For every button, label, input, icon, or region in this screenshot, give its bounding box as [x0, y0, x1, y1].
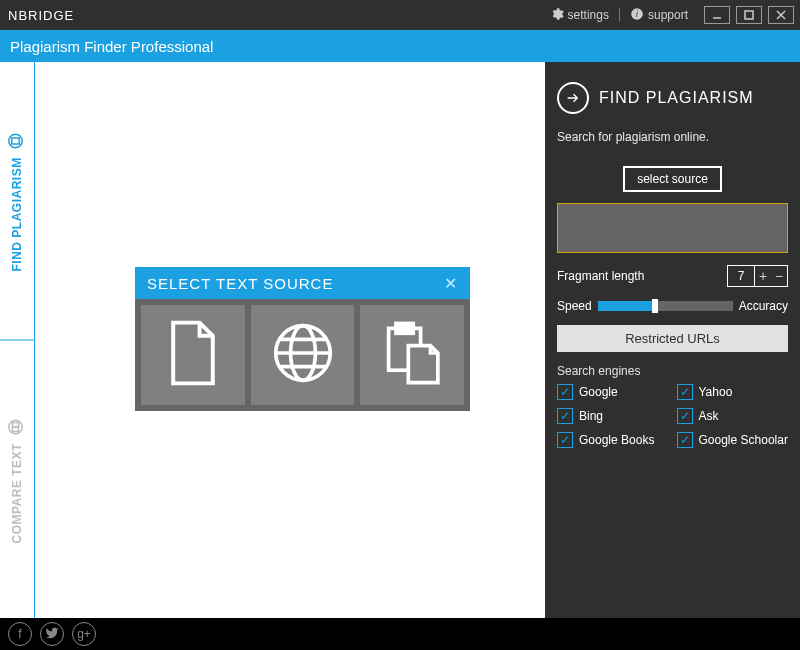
title-bar: NBRIDGE settings i support — [0, 0, 800, 30]
fragment-length-label: Fragmant length — [557, 269, 719, 283]
engine-label: Yahoo — [699, 385, 733, 399]
panel-subtitle: Search for plagiarism online. — [557, 130, 788, 144]
maximize-button[interactable] — [736, 6, 762, 24]
source-clipboard-button[interactable] — [360, 305, 464, 405]
engine-checkbox-bing[interactable]: ✓Bing — [557, 408, 669, 424]
svg-rect-17 — [396, 323, 413, 333]
select-panel-title: SELECT TEXT SOURCE — [147, 275, 333, 292]
checkbox-icon: ✓ — [557, 432, 573, 448]
facebook-button[interactable]: f — [8, 622, 32, 646]
checkbox-icon: ✓ — [557, 384, 573, 400]
checkbox-icon: ✓ — [557, 408, 573, 424]
file-icon — [166, 320, 220, 390]
support-button[interactable]: i support — [624, 0, 694, 30]
compare-icon — [7, 417, 28, 435]
tab-compare-text[interactable]: COMPARE TEXT — [0, 340, 34, 619]
engine-checkbox-ask[interactable]: ✓Ask — [677, 408, 789, 424]
close-icon[interactable]: ✕ — [444, 274, 458, 293]
slider-fill — [598, 301, 652, 311]
engine-checkbox-google[interactable]: ✓Google — [557, 384, 669, 400]
googleplus-button[interactable]: g+ — [72, 622, 96, 646]
stepper-minus[interactable]: − — [771, 266, 787, 286]
facebook-icon: f — [18, 627, 21, 641]
divider — [619, 8, 620, 22]
close-button[interactable] — [768, 6, 794, 24]
panel-heading: FIND PLAGIARISM — [557, 82, 788, 114]
engine-checkbox-google-schoolar[interactable]: ✓Google Schoolar — [677, 432, 789, 448]
panel-title: FIND PLAGIARISM — [599, 89, 754, 107]
engine-checkbox-yahoo[interactable]: ✓Yahoo — [677, 384, 789, 400]
arrow-right-icon — [557, 82, 589, 114]
stepper-plus[interactable]: + — [755, 266, 771, 286]
gear-icon — [550, 7, 564, 24]
slider-left-label: Speed — [557, 299, 592, 313]
support-label: support — [648, 8, 688, 22]
engine-label: Google — [579, 385, 618, 399]
slider-right-label: Accuracy — [739, 299, 788, 313]
tab-find-plagiarism[interactable]: FIND PLAGIARISM — [0, 62, 34, 340]
restricted-urls-label: Restricted URLs — [625, 331, 720, 346]
speed-accuracy-slider[interactable]: Speed Accuracy — [557, 299, 788, 313]
svg-rect-10 — [13, 422, 19, 427]
footer-bar: f g+ — [0, 618, 800, 650]
svg-text:i: i — [636, 9, 638, 18]
source-drop-zone[interactable] — [557, 203, 788, 253]
info-icon: i — [630, 7, 644, 24]
select-panel-header: SELECT TEXT SOURCE ✕ — [135, 267, 470, 299]
settings-button[interactable]: settings — [544, 0, 615, 30]
vertical-tabs: FIND PLAGIARISM COMPARE TEXT — [0, 62, 35, 618]
engine-label: Bing — [579, 409, 603, 423]
tab-compare-label: COMPARE TEXT — [10, 443, 24, 543]
subtitle-bar: Plagiarism Finder Professional — [0, 30, 800, 62]
slider-thumb[interactable] — [652, 299, 658, 313]
twitter-icon — [45, 626, 59, 643]
fragment-length-stepper[interactable]: 7 + − — [727, 265, 788, 287]
googleplus-icon: g+ — [77, 627, 91, 641]
engine-label: Google Schoolar — [699, 433, 788, 447]
search-engines-section: Search engines ✓Google✓Yahoo✓Bing✓Ask✓Go… — [557, 364, 788, 448]
svg-point-6 — [9, 134, 23, 148]
engine-checkbox-google-books[interactable]: ✓Google Books — [557, 432, 669, 448]
svg-rect-7 — [12, 138, 20, 144]
svg-rect-3 — [745, 11, 753, 19]
fragment-length-value: 7 — [728, 269, 754, 283]
center-area: SELECT TEXT SOURCE ✕ — [35, 62, 545, 618]
search-engines-label: Search engines — [557, 364, 788, 378]
source-web-button[interactable] — [251, 305, 355, 405]
twitter-button[interactable] — [40, 622, 64, 646]
settings-label: settings — [568, 8, 609, 22]
tab-find-label: FIND PLAGIARISM — [10, 157, 24, 271]
checkbox-icon: ✓ — [677, 384, 693, 400]
fragment-length-row: Fragmant length 7 + − — [557, 265, 788, 287]
subtitle-text: Plagiarism Finder Professional — [10, 38, 213, 55]
select-source-label: select source — [637, 172, 708, 186]
checkbox-icon: ✓ — [677, 408, 693, 424]
select-source-button[interactable]: select source — [623, 166, 722, 192]
minimize-button[interactable] — [704, 6, 730, 24]
slider-track[interactable] — [598, 301, 733, 311]
globe-icon — [272, 322, 334, 388]
restricted-urls-button[interactable]: Restricted URLs — [557, 325, 788, 352]
engine-label: Google Books — [579, 433, 654, 447]
select-text-source-panel: SELECT TEXT SOURCE ✕ — [135, 267, 470, 411]
engine-label: Ask — [699, 409, 719, 423]
clipboard-icon — [383, 321, 441, 389]
app-title: NBRIDGE — [0, 8, 74, 23]
checkbox-icon: ✓ — [677, 432, 693, 448]
right-panel: FIND PLAGIARISM Search for plagiarism on… — [545, 62, 800, 618]
source-file-button[interactable] — [141, 305, 245, 405]
document-search-icon — [7, 132, 28, 150]
